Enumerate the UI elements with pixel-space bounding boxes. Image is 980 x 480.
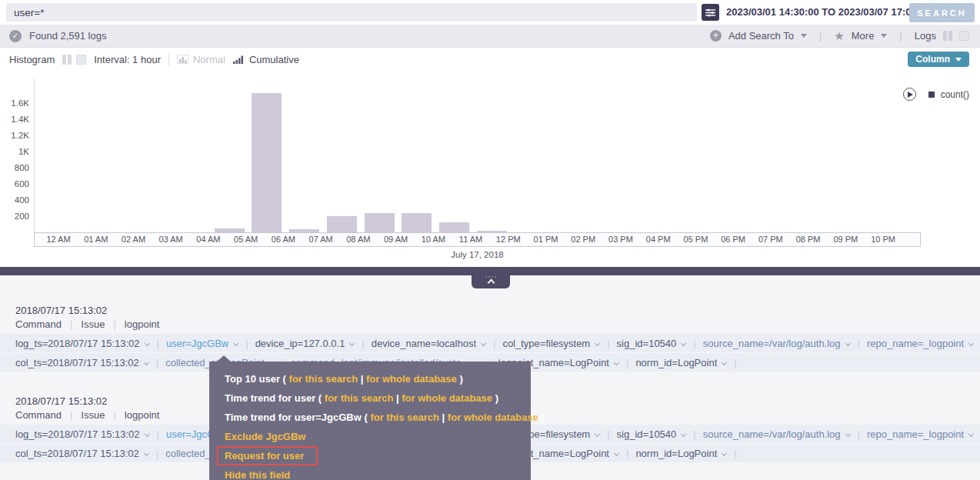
separator: |	[607, 338, 609, 349]
histogram-bar[interactable]	[252, 93, 282, 232]
y-axis-tick-label: 1.4K	[0, 115, 29, 124]
log-field[interactable]: col_ts=2018/07/17 15:13:02	[15, 448, 149, 459]
chevron-down-icon[interactable]	[595, 431, 600, 436]
histogram-columns-icon[interactable]	[62, 55, 72, 65]
log-tag[interactable]: logpoint	[125, 318, 160, 330]
chevron-down-icon[interactable]	[881, 34, 887, 38]
x-axis-tick-label: 10 PM	[871, 235, 895, 244]
context-menu-link[interactable]: for this search	[370, 412, 439, 423]
context-menu-item[interactable]: Request for user	[209, 446, 531, 465]
log-tag[interactable]: Command	[15, 409, 62, 421]
histogram-grid-icon[interactable]	[76, 55, 86, 65]
chevron-down-icon[interactable]	[801, 34, 807, 38]
log-field[interactable]: norm_id=LogPoint	[635, 448, 727, 459]
context-menu-item[interactable]: Time trend for user ( for this search | …	[209, 388, 531, 408]
separator: |	[70, 409, 72, 421]
log-field[interactable]: source_name=/var/log/auth.log	[703, 338, 851, 349]
x-axis-tick-label: 09 PM	[833, 235, 858, 244]
search-button[interactable]: SEARCH	[909, 3, 975, 22]
chevron-down-icon[interactable]	[722, 450, 727, 455]
play-circle-icon[interactable]	[903, 88, 916, 101]
separator: |	[858, 338, 860, 349]
chevron-down-icon[interactable]	[681, 431, 686, 436]
x-axis-tick-label: 05 PM	[684, 235, 708, 244]
column-dropdown-button[interactable]: Column	[908, 52, 969, 67]
log-tag[interactable]: Issue	[81, 409, 105, 421]
separator: |	[858, 428, 860, 440]
chevron-down-icon[interactable]	[845, 340, 851, 345]
log-field[interactable]: user=JgcGBw	[166, 338, 238, 349]
context-menu-link[interactable]: for whole database	[448, 412, 538, 423]
x-axis-tick-label: 05 AM	[234, 235, 258, 244]
more-button[interactable]: More	[852, 30, 875, 42]
context-menu-item[interactable]: Hide this field	[209, 465, 531, 480]
context-menu-item[interactable]: Top 10 user ( for this search | for whol…	[209, 369, 531, 388]
grid-view-icon[interactable]	[959, 31, 969, 41]
chevron-down-icon[interactable]	[722, 359, 727, 365]
chevron-down-icon[interactable]	[145, 340, 150, 345]
chevron-down-icon[interactable]	[614, 359, 619, 365]
histogram-bar[interactable]	[477, 231, 507, 232]
separator: |	[70, 318, 72, 330]
chevron-down-icon[interactable]	[614, 450, 619, 455]
legend-swatch	[928, 92, 935, 98]
log-field[interactable]: norm_id=LogPoint	[635, 357, 727, 368]
log-field[interactable]: device_ip=127.0.0.1	[255, 338, 355, 349]
histogram-bar[interactable]	[327, 216, 357, 232]
add-search-to-button[interactable]: Add Search To	[728, 30, 794, 42]
log-field[interactable]: sig_id=10540	[617, 428, 687, 440]
histogram-bar[interactable]	[439, 222, 469, 232]
chevron-down-icon[interactable]	[968, 431, 974, 436]
log-field[interactable]: log_ts=2018/07/17 15:13:02	[15, 428, 150, 440]
y-axis-tick-label: 400	[0, 195, 29, 205]
histogram-bar[interactable]	[215, 228, 245, 232]
log-field[interactable]: device_name=localhost	[372, 338, 486, 349]
chevron-down-icon[interactable]	[145, 431, 150, 436]
histogram-bar[interactable]	[289, 229, 319, 232]
filter-settings-button[interactable]	[702, 4, 719, 21]
separator	[168, 53, 169, 65]
chevron-down-icon[interactable]	[968, 340, 974, 345]
search-query-input[interactable]	[6, 3, 697, 22]
log-tag[interactable]: Command	[15, 318, 62, 330]
histogram-bar[interactable]	[402, 213, 432, 232]
log-field[interactable]: repo_name=_logpoint	[867, 428, 974, 440]
field-context-menu: Top 10 user ( for this search | for whol…	[209, 362, 531, 480]
columns-view-icon[interactable]	[943, 31, 952, 41]
log-field[interactable]: source_name=/var/log/auth.log	[703, 428, 851, 440]
x-axis-tick-label: 02 PM	[571, 235, 595, 244]
context-menu-link[interactable]: for whole database	[402, 392, 492, 404]
chevron-down-icon[interactable]	[681, 340, 686, 345]
context-menu-item[interactable]: Time trend for user=JgcGBw ( for this se…	[209, 408, 531, 427]
axis-date-label: July 17, 2018	[34, 250, 921, 259]
log-field[interactable]: col_ts=2018/07/17 15:13:02	[15, 357, 149, 368]
log-field[interactable]: sig_id=10540	[617, 338, 687, 349]
chevron-down-icon[interactable]	[233, 340, 238, 345]
log-field[interactable]: col_type=filesystem	[502, 338, 600, 349]
separator: |	[734, 357, 736, 368]
chevron-down-icon[interactable]	[481, 340, 486, 345]
collapse-panel-button[interactable]	[472, 275, 510, 288]
chevron-down-icon[interactable]	[845, 431, 851, 436]
normal-mode-button[interactable]: Normal	[177, 54, 225, 65]
separator: |	[693, 338, 695, 349]
chevron-down-icon[interactable]	[595, 340, 600, 345]
found-logs-text: Found 2,591 logs	[29, 30, 106, 42]
histogram-chart: July 17, 2018 count() 1.6K1.4K1.2K1K8006…	[0, 71, 980, 267]
log-field[interactable]: repo_name=_logpoint	[867, 338, 974, 349]
histogram-bar[interactable]	[365, 213, 395, 232]
log-tag[interactable]: Issue	[81, 318, 105, 330]
context-menu-item[interactable]: Exclude JgcGBw	[209, 427, 531, 446]
context-menu-link[interactable]: for this search	[289, 373, 358, 385]
chevron-down-icon[interactable]	[349, 340, 355, 345]
cumulative-mode-button[interactable]: Cumulative	[233, 54, 299, 65]
context-menu-link[interactable]: for this search	[325, 392, 394, 404]
highlighted-menu-item-box[interactable]: Request for user	[217, 446, 318, 465]
separator: |	[113, 409, 115, 421]
chevron-down-icon[interactable]	[144, 450, 149, 455]
chevron-down-icon[interactable]	[144, 359, 149, 365]
context-menu-link[interactable]: for whole database	[366, 373, 457, 385]
log-field[interactable]: log_ts=2018/07/17 15:13:02	[15, 338, 150, 349]
log-tag[interactable]: logpoint	[125, 409, 160, 421]
x-axis-tick-label: 06 AM	[272, 235, 295, 244]
